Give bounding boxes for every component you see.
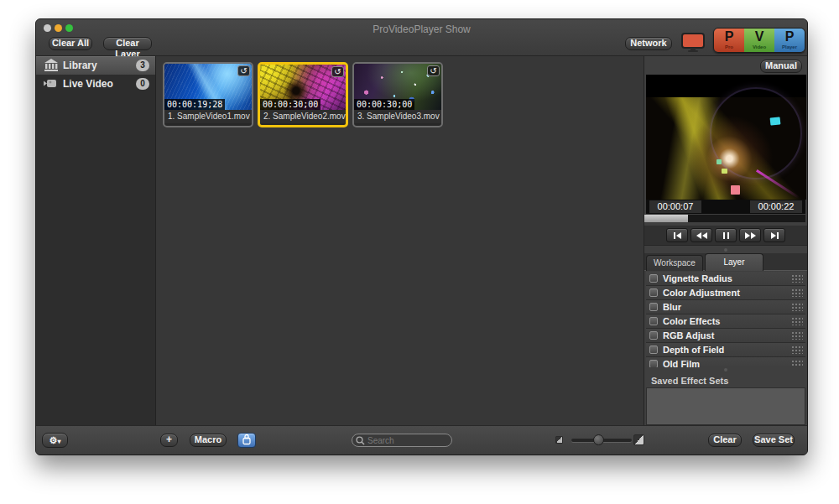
effect-checkbox[interactable]	[649, 360, 658, 367]
effect-row[interactable]: RGB Adjust	[646, 329, 805, 342]
playback-progress-bar[interactable]	[644, 215, 805, 222]
drag-handle-icon[interactable]	[791, 288, 803, 297]
drag-handle-icon[interactable]	[791, 346, 803, 354]
lens-flare	[710, 87, 802, 179]
logo-letter: P	[714, 29, 744, 44]
saved-effect-sets-list[interactable]	[646, 387, 805, 425]
fast-forward-button[interactable]	[739, 228, 761, 242]
effect-checkbox[interactable]	[649, 274, 658, 283]
logo-sublabel: Player	[774, 44, 805, 49]
video-preview	[646, 75, 806, 200]
timecode-row: 00:00:07 00:00:22	[646, 200, 805, 214]
pvp-logo: P Pro V Video P Player	[713, 28, 805, 53]
effect-label: Vignette Radius	[663, 272, 732, 285]
resize-grip[interactable]	[724, 248, 727, 252]
tab-layer[interactable]: Layer	[705, 253, 763, 271]
loop-icon[interactable]: ↺	[237, 65, 250, 76]
effect-checkbox[interactable]	[649, 288, 658, 297]
elapsed-time: 00:00:07	[649, 200, 701, 213]
count-badge: 3	[136, 60, 149, 71]
large-thumbnail-icon[interactable]	[633, 434, 644, 445]
effect-label: RGB Adjust	[663, 329, 714, 342]
clip-thumbnail: 00:00:19;28 ↺	[164, 64, 252, 110]
thumbnail-size-slider[interactable]	[571, 439, 632, 442]
sidebar-item-live-video[interactable]: Live Video 0	[36, 75, 155, 93]
bottom-bar: ⚙▾ + Macro Clear Save Set	[36, 425, 807, 455]
effect-row[interactable]: Color Adjustment	[646, 286, 805, 299]
drag-handle-icon[interactable]	[791, 303, 803, 311]
effect-row[interactable]: Color Effects	[646, 314, 805, 328]
skip-forward-button[interactable]	[763, 228, 785, 242]
effect-checkbox[interactable]	[649, 317, 658, 325]
effect-row[interactable]: Old Film	[646, 357, 805, 367]
effect-row[interactable]: Vignette Radius	[646, 272, 805, 285]
clip-thumbnail: 00:00:30;00 ↺	[354, 64, 441, 110]
loop-icon[interactable]: ↺	[331, 66, 344, 77]
gear-icon: ⚙	[50, 435, 58, 445]
logo-letter: P	[774, 29, 805, 44]
chevron-down-icon: ▾	[57, 438, 60, 445]
logo-sublabel: Pro	[714, 44, 744, 49]
clear-layer-button[interactable]: Clear Layer	[103, 37, 152, 50]
preview-frame	[646, 97, 806, 200]
logo-tile-player: P Player	[774, 29, 805, 52]
clip-samplevideo2[interactable]: 00:00:30;00 ↺ 2. SampleVideo2.mov	[258, 62, 348, 127]
clip-name: 2. SampleVideo2.mov	[260, 110, 346, 123]
macro-button[interactable]: Macro	[190, 434, 227, 447]
skip-back-button[interactable]	[666, 228, 688, 242]
effect-row[interactable]: Blur	[646, 300, 805, 314]
effect-checkbox[interactable]	[649, 303, 658, 311]
preview-particle	[722, 169, 727, 174]
effect-checkbox[interactable]	[649, 346, 658, 354]
pause-button[interactable]	[715, 228, 737, 242]
clear-button[interactable]: Clear	[708, 434, 742, 447]
small-thumbnail-icon[interactable]	[555, 436, 563, 444]
drag-handle-icon[interactable]	[791, 317, 803, 325]
slider-thumb[interactable]	[593, 434, 604, 445]
transport-controls	[644, 226, 807, 246]
clip-timecode: 00:00:30;00	[354, 99, 414, 110]
clip-thumbnail: 00:00:30;00 ↺	[260, 65, 346, 110]
sidebar: Library 3 Live Video 0	[36, 56, 156, 425]
drag-handle-icon[interactable]	[791, 274, 803, 283]
search-input[interactable]	[352, 434, 452, 447]
logo-sublabel: Video	[744, 44, 774, 49]
sidebar-item-library[interactable]: Library 3	[36, 56, 155, 75]
clip-timecode: 00:00:30;00	[260, 99, 320, 110]
loop-icon[interactable]: ↺	[427, 65, 440, 76]
preview-panel: Manual 00:00:07 00:00:22	[644, 56, 807, 425]
app-window: ProVideoPlayer Show Clear All Clear Laye…	[35, 18, 808, 455]
drag-handle-icon[interactable]	[791, 360, 803, 367]
media-bin[interactable]: 00:00:19;28 ↺ 1. SampleVideo1.mov 00:00:…	[156, 56, 644, 425]
network-button[interactable]: Network	[625, 37, 672, 50]
clip-samplevideo3[interactable]: 00:00:30;00 ↺ 3. SampleVideo3.mov	[352, 62, 443, 127]
save-set-button[interactable]: Save Set	[753, 434, 795, 447]
effect-label: Color Adjustment	[663, 286, 740, 299]
effect-label: Depth of Field	[663, 343, 724, 356]
display-icon[interactable]	[681, 33, 705, 53]
sidebar-item-label: Live Video	[63, 75, 113, 93]
effect-label: Color Effects	[663, 314, 720, 328]
effect-checkbox[interactable]	[649, 331, 658, 340]
clear-all-button[interactable]: Clear All	[49, 37, 92, 50]
tab-workspace[interactable]: Workspace	[646, 255, 703, 271]
preview-particle	[717, 159, 722, 164]
progress-fill	[644, 215, 688, 222]
effect-row[interactable]: Depth of Field	[646, 343, 805, 356]
stamp-icon[interactable]	[237, 433, 256, 448]
drag-handle-icon[interactable]	[791, 331, 803, 340]
rewind-button[interactable]	[690, 228, 712, 242]
resize-grip[interactable]	[724, 368, 727, 372]
count-badge: 0	[136, 78, 149, 90]
effects-list[interactable]: Vignette Radius Color Adjustment Blur Co…	[646, 272, 805, 367]
logo-tile-pro: P Pro	[714, 29, 744, 52]
clip-name: 1. SampleVideo1.mov	[164, 110, 252, 123]
manual-button[interactable]: Manual	[760, 60, 802, 73]
preview-particle	[731, 185, 740, 195]
add-media-button[interactable]: +	[160, 434, 178, 447]
effect-label: Blur	[663, 300, 681, 314]
effect-label: Old Film	[663, 357, 700, 367]
library-icon	[44, 59, 59, 72]
action-menu-button[interactable]: ⚙▾	[42, 433, 68, 448]
clip-samplevideo1[interactable]: 00:00:19;28 ↺ 1. SampleVideo1.mov	[163, 62, 253, 127]
